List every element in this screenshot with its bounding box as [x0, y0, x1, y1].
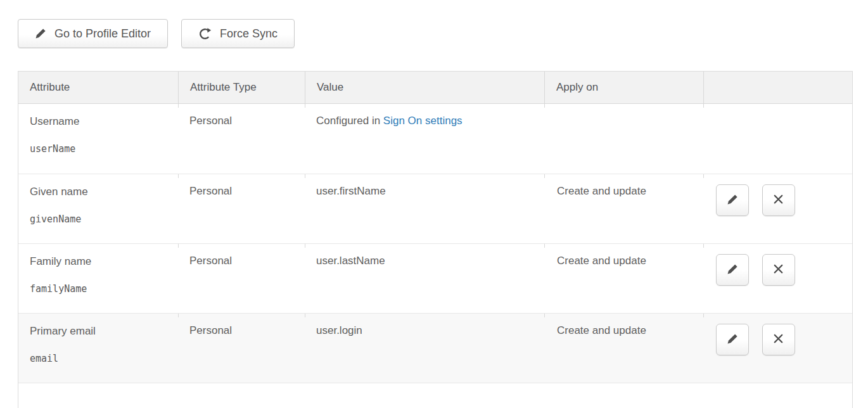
table-row: Primary email email Personal user.login …: [18, 313, 852, 383]
header-attribute-type: Attribute Type: [178, 72, 305, 104]
attribute-variable-name: familyName: [30, 283, 172, 295]
apply-on-cell: Create and update: [544, 174, 703, 243]
attribute-type-cell: Personal: [178, 243, 305, 313]
value-text: user.firstName: [316, 185, 386, 197]
go-to-profile-editor-button[interactable]: Go to Profile Editor: [18, 19, 168, 48]
attribute-cell: Username userName: [18, 104, 178, 174]
value-text: Configured in: [316, 115, 383, 127]
close-icon: [772, 193, 784, 207]
attribute-mapping-table: Attribute Attribute Type Value Apply on …: [18, 71, 853, 408]
actions-cell: [703, 104, 852, 174]
apply-on-cell: Create and update: [544, 313, 703, 383]
edit-attribute-button[interactable]: [716, 324, 749, 355]
header-actions: [703, 72, 852, 104]
attribute-variable-name: userName: [30, 143, 172, 155]
attribute-variable-name: givenName: [30, 214, 172, 225]
apply-on-cell: [544, 104, 703, 174]
edit-attribute-button[interactable]: [716, 184, 749, 216]
attribute-label: Username: [30, 115, 172, 128]
table-row: Given name givenName Personal user.first…: [18, 174, 852, 243]
pencil-icon: [727, 194, 738, 207]
attribute-variable-name: email: [30, 353, 172, 364]
header-attribute: Attribute: [18, 72, 178, 104]
table-row: Username userName Personal Configured in…: [18, 104, 852, 174]
edit-attribute-button[interactable]: [716, 254, 749, 286]
header-apply-on: Apply on: [544, 72, 703, 104]
pencil-icon: [35, 28, 46, 39]
table-row: Family name familyName Personal user.las…: [18, 243, 852, 313]
value-cell: user.firstName: [305, 174, 544, 243]
delete-attribute-button[interactable]: [762, 324, 795, 355]
attribute-cell: Primary email email: [18, 313, 178, 383]
table-row: [18, 383, 852, 408]
attribute-label: Primary email: [30, 324, 172, 338]
go-to-profile-editor-label: Go to Profile Editor: [54, 27, 151, 41]
refresh-icon: [198, 27, 212, 41]
actions-cell: [703, 174, 852, 243]
pencil-icon: [727, 333, 738, 347]
close-icon: [772, 263, 784, 277]
force-sync-label: Force Sync: [220, 27, 278, 41]
actions-cell: [703, 243, 852, 313]
attribute-table-body: Username userName Personal Configured in…: [18, 104, 852, 408]
toolbar: Go to Profile Editor Force Sync: [18, 19, 852, 48]
attribute-type-cell: Personal: [178, 104, 305, 174]
close-icon: [772, 333, 784, 347]
attribute-type-cell: Personal: [178, 313, 305, 383]
pencil-icon: [727, 264, 738, 277]
attribute-cell: Given name givenName: [18, 174, 178, 243]
table-header: Attribute Attribute Type Value Apply on: [18, 72, 852, 104]
value-cell: user.login: [305, 313, 544, 383]
value-cell: user.lastName: [305, 243, 544, 313]
attribute-label: Family name: [30, 255, 172, 268]
attribute-type-cell: Personal: [178, 174, 305, 243]
attribute-cell: Family name familyName: [18, 243, 178, 313]
force-sync-button[interactable]: Force Sync: [181, 19, 295, 48]
sign-on-settings-link[interactable]: Sign On settings: [383, 115, 463, 127]
value-cell: Configured in Sign On settings: [305, 104, 544, 174]
delete-attribute-button[interactable]: [762, 184, 795, 216]
actions-cell: [703, 313, 852, 383]
delete-attribute-button[interactable]: [762, 254, 795, 286]
attribute-mappings-page: Go to Profile Editor Force Sync Attribut…: [0, 0, 868, 408]
value-text: user.lastName: [316, 255, 385, 267]
attribute-label: Given name: [30, 185, 172, 198]
header-value: Value: [305, 72, 544, 104]
apply-on-cell: Create and update: [544, 243, 703, 313]
value-text: user.login: [316, 324, 362, 336]
